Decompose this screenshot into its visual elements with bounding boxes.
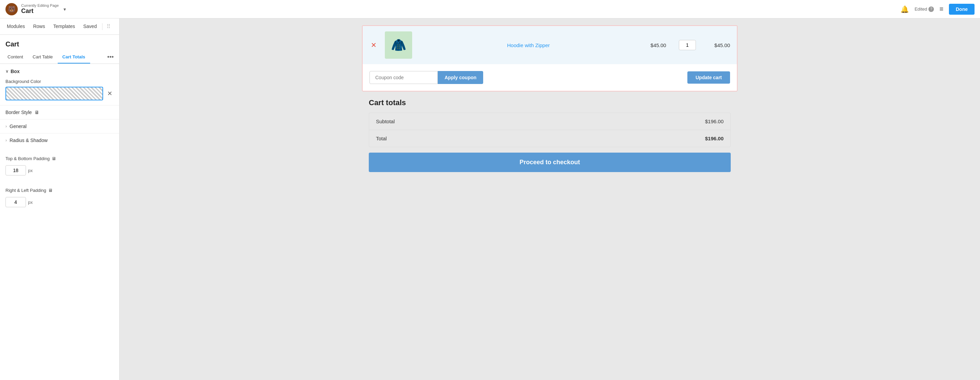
top-bottom-padding-label: Top & Bottom Padding 🖥 bbox=[5, 156, 114, 161]
subtotal-label: Subtotal bbox=[376, 118, 705, 124]
right-left-unit-label: px bbox=[28, 200, 33, 205]
coupon-input[interactable] bbox=[369, 71, 438, 84]
cart-table-section: ✕ 🧥 Hoodie with Zipper $45.00 $45.00 App… bbox=[362, 25, 738, 92]
coupon-left: Apply coupon bbox=[369, 71, 483, 84]
drag-handle-icon[interactable]: ⠿ bbox=[104, 18, 113, 35]
top-bottom-input-row: px bbox=[0, 165, 119, 179]
bg-color-input[interactable] bbox=[5, 87, 103, 100]
radius-chevron-icon: › bbox=[5, 138, 7, 143]
top-bar-right: 🔔 Edited ? ≡ Done bbox=[900, 4, 975, 15]
sidebar-divider bbox=[102, 23, 102, 30]
totals-table: Subtotal $196.00 Total $196.00 bbox=[369, 113, 731, 147]
box-label-text: Box bbox=[11, 68, 19, 74]
update-cart-button[interactable]: Update cart bbox=[687, 72, 730, 84]
clear-color-button[interactable]: ✕ bbox=[106, 88, 114, 99]
cart-item-row: ✕ 🧥 Hoodie with Zipper $45.00 $45.00 bbox=[363, 26, 737, 64]
product-name: Hoodie with Zipper bbox=[419, 42, 638, 48]
title-chevron-icon[interactable]: ▾ bbox=[64, 6, 66, 12]
right-left-device-icon: 🖥 bbox=[48, 188, 52, 193]
main-layout: Modules Rows Templates Saved ⠿ Cart Cont… bbox=[0, 18, 980, 380]
subtotal-value: $196.00 bbox=[705, 118, 724, 124]
done-button[interactable]: Done bbox=[949, 4, 975, 15]
tab-cart-table[interactable]: Cart Table bbox=[28, 51, 58, 64]
top-bar-left: 🐻 Currently Editing Page Cart ▾ bbox=[5, 3, 66, 15]
quantity-input[interactable] bbox=[679, 40, 696, 50]
radius-shadow-row[interactable]: › Radius & Shadow bbox=[0, 133, 119, 147]
bg-color-row: ✕ bbox=[5, 87, 114, 100]
right-left-input-row: px bbox=[0, 197, 119, 211]
bell-icon[interactable]: 🔔 bbox=[900, 5, 909, 13]
tab-content[interactable]: Content bbox=[3, 51, 28, 64]
border-style-row[interactable]: Border Style 🖥 bbox=[0, 105, 119, 119]
remove-item-button[interactable]: ✕ bbox=[369, 41, 378, 49]
product-image: 🧥 bbox=[385, 32, 412, 59]
product-total: $45.00 bbox=[703, 42, 730, 48]
box-section: ∨ Box Background Color ✕ bbox=[0, 64, 119, 105]
product-price: $45.00 bbox=[645, 42, 672, 48]
tab-more-button[interactable]: ••• bbox=[105, 51, 116, 64]
box-toggle[interactable]: ∨ Box bbox=[5, 68, 114, 74]
canvas-inner: ✕ 🧥 Hoodie with Zipper $45.00 $45.00 App… bbox=[362, 25, 738, 179]
total-value: $196.00 bbox=[705, 135, 724, 142]
sidebar-nav-saved[interactable]: Saved bbox=[79, 19, 101, 35]
border-style-device-icon: 🖥 bbox=[35, 110, 39, 115]
checkout-button[interactable]: Proceed to checkout bbox=[369, 153, 731, 172]
tab-cart-totals[interactable]: Cart Totals bbox=[58, 51, 90, 64]
editing-subtitle: Currently Editing Page bbox=[21, 3, 59, 8]
subtotal-row: Subtotal $196.00 bbox=[369, 113, 730, 130]
cart-totals-section: Cart totals Subtotal $196.00 Total $196.… bbox=[362, 99, 738, 179]
sidebar-nav: Modules Rows Templates Saved ⠿ bbox=[0, 18, 119, 35]
top-bottom-padding-input[interactable] bbox=[5, 165, 26, 175]
page-title-group: Currently Editing Page Cart bbox=[21, 3, 59, 15]
top-bar: 🐻 Currently Editing Page Cart ▾ 🔔 Edited… bbox=[0, 0, 980, 18]
coupon-row: Apply coupon Update cart bbox=[363, 64, 737, 91]
general-chevron-icon: › bbox=[5, 124, 7, 129]
sidebar-heading: Cart bbox=[0, 35, 119, 51]
sidebar-nav-rows[interactable]: Rows bbox=[29, 19, 49, 35]
top-bottom-padding-section: Top & Bottom Padding 🖥 bbox=[0, 147, 119, 165]
bg-color-label: Background Color bbox=[5, 79, 114, 84]
logo: 🐻 bbox=[5, 3, 18, 15]
sidebar-nav-templates[interactable]: Templates bbox=[49, 19, 79, 35]
box-chevron-icon: ∨ bbox=[5, 69, 8, 74]
radius-shadow-label: › Radius & Shadow bbox=[5, 138, 48, 143]
sidebar: Modules Rows Templates Saved ⠿ Cart Cont… bbox=[0, 18, 119, 380]
page-title: Cart bbox=[21, 8, 59, 15]
top-bottom-device-icon: 🖥 bbox=[52, 156, 56, 161]
top-bottom-unit-label: px bbox=[28, 168, 33, 173]
right-left-padding-label: Right & Left Padding 🖥 bbox=[5, 188, 114, 193]
total-label: Total bbox=[376, 135, 705, 142]
border-style-label: Border Style 🖥 bbox=[5, 110, 39, 115]
general-row[interactable]: › General bbox=[0, 119, 119, 133]
canvas: ✕ 🧥 Hoodie with Zipper $45.00 $45.00 App… bbox=[119, 18, 980, 380]
apply-coupon-button[interactable]: Apply coupon bbox=[438, 71, 483, 84]
general-label: › General bbox=[5, 124, 27, 129]
list-icon[interactable]: ≡ bbox=[939, 5, 943, 13]
right-left-padding-input[interactable] bbox=[5, 197, 26, 207]
right-left-padding-section: Right & Left Padding 🖥 bbox=[0, 179, 119, 197]
sidebar-tabs: Content Cart Table Cart Totals ••• bbox=[0, 51, 119, 64]
cart-totals-title: Cart totals bbox=[369, 99, 731, 107]
help-icon[interactable]: ? bbox=[928, 6, 934, 12]
total-row: Total $196.00 bbox=[369, 130, 730, 147]
edited-label: Edited ? bbox=[915, 6, 934, 12]
sidebar-nav-modules[interactable]: Modules bbox=[3, 19, 29, 35]
